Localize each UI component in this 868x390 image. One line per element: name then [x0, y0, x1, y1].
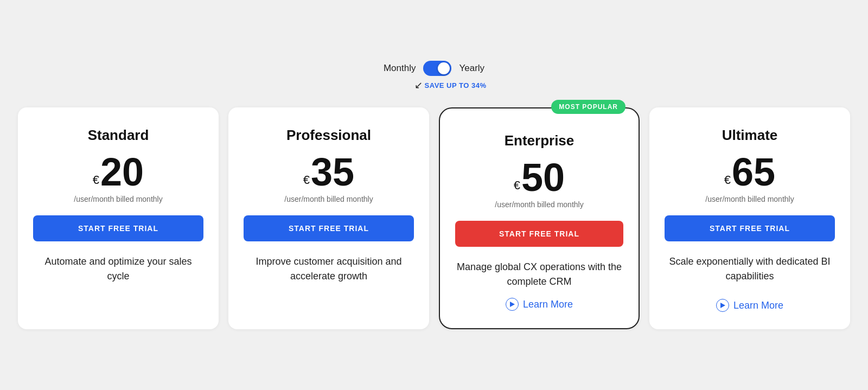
price-professional: 35	[311, 152, 354, 191]
plan-name-enterprise: Enterprise	[505, 132, 575, 149]
learn-more-label-enterprise: Learn More	[523, 299, 573, 310]
plan-name-ultimate: Ultimate	[722, 127, 778, 144]
plan-card-enterprise: MOST POPULAREnterprise € 50 /user/month …	[439, 107, 640, 329]
billing-cycle-enterprise: /user/month billed monthly	[495, 200, 583, 209]
price-row-professional: € 35	[303, 152, 354, 191]
learn-more-ultimate[interactable]: Learn More	[716, 299, 783, 312]
plan-description-professional: Improve customer acquisition and acceler…	[244, 254, 414, 284]
plan-card-ultimate: Ultimate € 65 /user/month billed monthly…	[649, 107, 850, 329]
cta-button-standard[interactable]: START FREE TRIAL	[33, 215, 203, 241]
plan-name-professional: Professional	[286, 127, 371, 144]
price-enterprise: 50	[521, 158, 565, 197]
cta-button-enterprise[interactable]: START FREE TRIAL	[455, 221, 623, 247]
billing-toggle-area: Monthly Yearly ↙ SAVE UP TO 34%	[382, 61, 487, 91]
learn-more-enterprise[interactable]: Learn More	[506, 298, 573, 311]
arrow-icon: ↙	[414, 79, 423, 91]
billing-cycle-ultimate: /user/month billed monthly	[705, 195, 794, 203]
plan-name-standard: Standard	[88, 127, 149, 144]
cta-button-ultimate[interactable]: START FREE TRIAL	[665, 215, 835, 241]
currency-ultimate: €	[724, 174, 731, 191]
save-badge: SAVE UP TO 34%	[425, 81, 487, 89]
price-standard: 20	[100, 152, 144, 191]
play-icon-enterprise	[506, 298, 519, 311]
billing-cycle-standard: /user/month billed monthly	[74, 195, 162, 203]
price-row-standard: € 20	[93, 152, 144, 191]
price-row-enterprise: € 50	[514, 158, 565, 197]
billing-toggle-row: Monthly Yearly	[384, 61, 484, 76]
play-icon-ultimate	[716, 299, 729, 312]
play-triangle-enterprise	[510, 302, 515, 307]
most-popular-badge: MOST POPULAR	[551, 100, 626, 114]
plan-description-standard: Automate and optimize your sales cycle	[33, 254, 203, 284]
plan-card-standard: Standard € 20 /user/month billed monthly…	[18, 107, 219, 329]
price-ultimate: 65	[732, 152, 775, 191]
plan-description-ultimate: Scale exponentially with dedicated BI ca…	[665, 254, 835, 284]
billing-cycle-professional: /user/month billed monthly	[284, 195, 373, 203]
currency-standard: €	[93, 174, 99, 191]
price-row-ultimate: € 65	[724, 152, 775, 191]
monthly-label: Monthly	[384, 63, 416, 74]
yearly-label: Yearly	[459, 63, 484, 74]
learn-more-label-ultimate: Learn More	[733, 300, 783, 311]
plans-container: Standard € 20 /user/month billed monthly…	[11, 107, 857, 329]
cta-button-professional[interactable]: START FREE TRIAL	[244, 215, 414, 241]
plan-description-enterprise: Manage global CX operations with the com…	[455, 260, 623, 289]
currency-professional: €	[303, 174, 310, 191]
play-triangle-ultimate	[720, 303, 725, 308]
billing-toggle-switch[interactable]	[423, 61, 451, 76]
save-badge-row: ↙ SAVE UP TO 34%	[414, 79, 487, 91]
currency-enterprise: €	[514, 180, 520, 197]
plan-card-professional: Professional € 35 /user/month billed mon…	[228, 107, 429, 329]
